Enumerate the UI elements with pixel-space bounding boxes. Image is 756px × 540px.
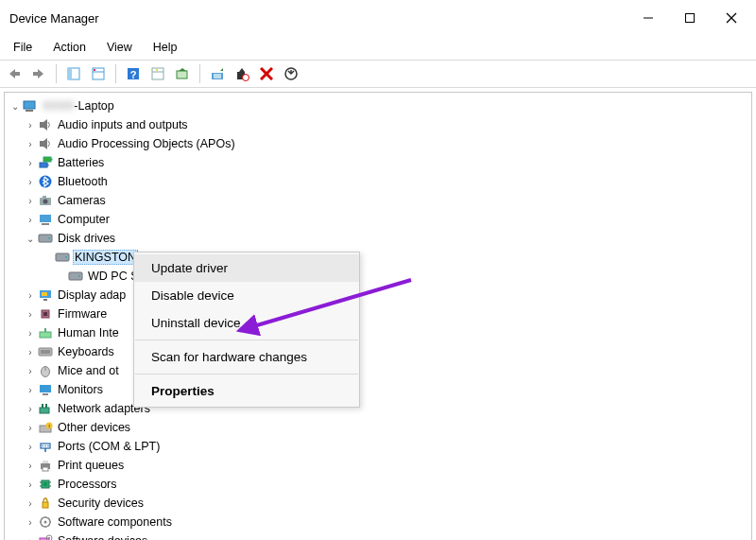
disable-button[interactable] (232, 63, 252, 84)
tree-category-firmware[interactable]: ›Firmware (7, 305, 749, 323)
tree-category-monitors[interactable]: ›Monitors (7, 380, 749, 399)
tree-category-security[interactable]: ›Security devices (7, 494, 749, 513)
chevron-right-icon[interactable]: › (28, 215, 31, 225)
svg-point-66 (44, 445, 46, 447)
svg-rect-30 (40, 163, 47, 167)
ctx-uninstall-device[interactable]: Uninstall device (134, 309, 359, 337)
tree-category-bluetooth[interactable]: ›Bluetooth (7, 172, 749, 191)
chevron-right-icon[interactable]: › (28, 158, 31, 168)
tree-device-kingston[interactable]: KINGSTON (7, 248, 749, 267)
tree-category-other[interactable]: ›!Other devices (7, 418, 749, 437)
other-icon: ! (37, 420, 54, 435)
chevron-right-icon[interactable]: › (28, 536, 31, 541)
tree-category-computer[interactable]: ›Computer (7, 210, 749, 229)
update-driver-button[interactable] (207, 63, 228, 84)
tree-category-audio-proc[interactable]: ›Audio Processing Objects (APOs) (7, 134, 749, 153)
device-tree-panel[interactable]: ⌄ XXXX-Laptop ›Audio inputs and outputs›… (4, 92, 752, 540)
svg-rect-51 (39, 348, 52, 356)
maximize-button[interactable] (669, 6, 711, 30)
scan-button[interactable] (172, 63, 193, 84)
svg-rect-28 (43, 157, 51, 162)
uninstall-button[interactable] (256, 63, 277, 84)
chevron-right-icon[interactable]: › (28, 347, 31, 357)
chevron-right-icon[interactable]: › (28, 423, 31, 433)
chevron-right-icon[interactable]: › (28, 309, 31, 320)
ctx-update-driver[interactable]: Update driver (134, 254, 359, 282)
back-button[interactable] (4, 63, 25, 84)
menu-action[interactable]: Action (43, 38, 95, 57)
category-label: Print queues (56, 459, 126, 472)
tree-category-disk-drives[interactable]: ⌄Disk drives (7, 229, 749, 248)
tree-category-mice[interactable]: ›Mice and ot (7, 361, 749, 380)
chevron-right-icon[interactable]: › (28, 139, 31, 149)
show-hide-tree-button[interactable] (63, 63, 84, 84)
chevron-right-icon[interactable]: › (28, 196, 31, 206)
tree-root[interactable]: ⌄ XXXX-Laptop (7, 96, 749, 115)
svg-rect-59 (42, 404, 43, 408)
chevron-down-icon[interactable]: ⌄ (11, 101, 19, 112)
speaker-icon (37, 136, 54, 151)
softdev-icon (37, 533, 54, 540)
chevron-down-icon[interactable]: ⌄ (26, 234, 34, 244)
chevron-right-icon[interactable]: › (28, 461, 31, 471)
ctx-scan-hardware[interactable]: Scan for hardware changes (134, 343, 359, 371)
chevron-right-icon[interactable]: › (28, 366, 31, 376)
category-label: Firmware (56, 307, 109, 321)
svg-rect-37 (42, 223, 49, 225)
hid-icon (37, 325, 54, 340)
tree-category-ports[interactable]: ›Ports (COM & LPT) (7, 437, 749, 456)
category-label: Keyboards (56, 345, 116, 358)
chevron-right-icon[interactable]: › (28, 177, 31, 187)
tree-category-soft-dev[interactable]: ›Software devices (7, 531, 749, 540)
menubar: File Action View Help (0, 36, 756, 59)
properties-button[interactable] (88, 63, 109, 84)
svg-rect-7 (68, 68, 72, 79)
tree-category-keyboards[interactable]: ›Keyboards (7, 342, 749, 361)
ctx-properties[interactable]: Properties (134, 377, 359, 405)
tree-category-printq[interactable]: ›Print queues (7, 456, 749, 475)
chevron-right-icon[interactable]: › (28, 404, 31, 414)
svg-rect-69 (43, 461, 48, 463)
menu-view[interactable]: View (97, 38, 142, 57)
hostname-blurred: XXXX (43, 99, 74, 113)
ctx-disable-device[interactable]: Disable device (134, 282, 359, 309)
chevron-right-icon[interactable]: › (28, 479, 31, 490)
svg-point-20 (243, 75, 249, 81)
help-button[interactable]: ? (123, 63, 144, 84)
tree-category-audio-io[interactable]: ›Audio inputs and outputs (7, 115, 749, 134)
close-button[interactable] (711, 6, 752, 30)
category-label: Computer (56, 213, 112, 226)
bluetooth-icon (37, 174, 54, 189)
tree-category-hid[interactable]: ›Human Inte (7, 323, 749, 342)
svg-point-39 (48, 237, 50, 239)
menu-file[interactable]: File (4, 38, 42, 57)
minimize-button[interactable] (627, 6, 669, 30)
chevron-right-icon[interactable]: › (28, 517, 31, 528)
category-label: Disk drives (56, 232, 117, 245)
tree-category-display[interactable]: ›Display adap (7, 286, 749, 305)
tree-category-batteries[interactable]: ›Batteries (7, 153, 749, 172)
svg-rect-56 (40, 385, 51, 392)
chevron-right-icon[interactable]: › (28, 442, 31, 452)
svg-rect-16 (177, 71, 187, 78)
tree-category-cameras[interactable]: ›Cameras (7, 191, 749, 210)
window-controls (627, 6, 752, 30)
chevron-right-icon[interactable]: › (28, 290, 31, 301)
tree-category-soft-comp[interactable]: ›Software components (7, 513, 749, 531)
tree-category-processors[interactable]: ›Processors (7, 475, 749, 494)
category-label: Human Inte (56, 326, 121, 340)
svg-rect-13 (152, 68, 163, 79)
chevron-right-icon[interactable]: › (28, 120, 31, 131)
category-label: Cameras (56, 194, 108, 207)
tree-device-wd[interactable]: WD PC S (7, 267, 749, 286)
chevron-right-icon[interactable]: › (28, 385, 31, 395)
category-label: Mice and ot (56, 364, 121, 377)
menu-help[interactable]: Help (144, 38, 187, 57)
tree-category-network[interactable]: ›Network adapters (7, 399, 749, 418)
chevron-right-icon[interactable]: › (28, 328, 31, 339)
action-prop-button[interactable] (147, 63, 168, 84)
chevron-right-icon[interactable]: › (28, 498, 31, 509)
forward-button[interactable] (28, 63, 49, 84)
svg-rect-77 (43, 502, 48, 508)
enable-button[interactable] (281, 63, 301, 84)
